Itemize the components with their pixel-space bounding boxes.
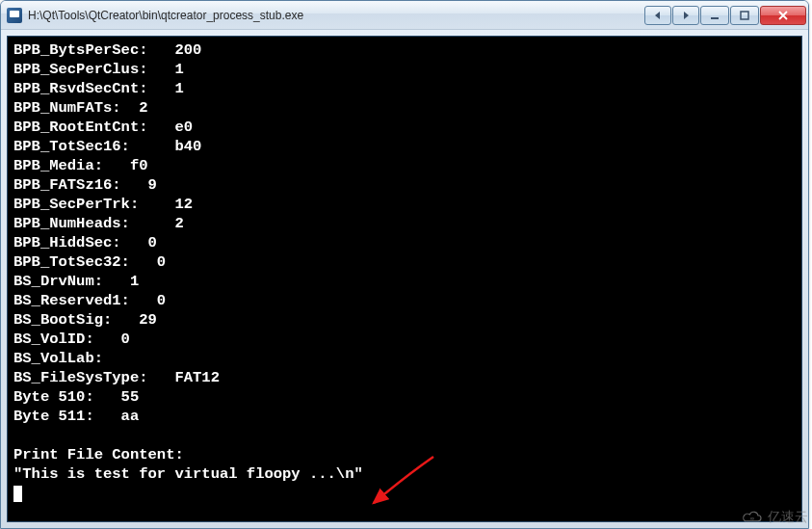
svg-rect-0 bbox=[711, 17, 719, 19]
minimize-button[interactable] bbox=[700, 6, 729, 25]
console-window: H:\Qt\Tools\QtCreator\bin\qtcreator_proc… bbox=[0, 0, 809, 529]
minimize-icon bbox=[709, 11, 720, 20]
titlebar[interactable]: H:\Qt\Tools\QtCreator\bin\qtcreator_proc… bbox=[1, 1, 808, 30]
close-button[interactable] bbox=[760, 6, 806, 25]
cursor bbox=[13, 486, 22, 502]
app-icon bbox=[7, 8, 22, 23]
svg-text:∞: ∞ bbox=[750, 516, 754, 521]
maximize-button[interactable] bbox=[730, 6, 759, 25]
close-icon bbox=[777, 11, 789, 20]
svg-rect-1 bbox=[741, 12, 748, 19]
window-title: H:\Qt\Tools\QtCreator\bin\qtcreator_proc… bbox=[28, 9, 644, 22]
cloud-icon: ∞ bbox=[741, 508, 764, 527]
triangle-right-icon bbox=[680, 11, 692, 20]
maximize-icon bbox=[739, 11, 750, 20]
watermark: ∞ 亿速云 bbox=[741, 508, 808, 527]
window-controls bbox=[644, 6, 806, 25]
next-button[interactable] bbox=[672, 6, 699, 25]
console-output[interactable]: BPB_BytsPerSec: 200 BPB_SecPerClus: 1 BP… bbox=[7, 36, 802, 522]
prev-button[interactable] bbox=[644, 6, 671, 25]
watermark-text: 亿速云 bbox=[768, 509, 808, 526]
triangle-left-icon bbox=[652, 11, 664, 20]
